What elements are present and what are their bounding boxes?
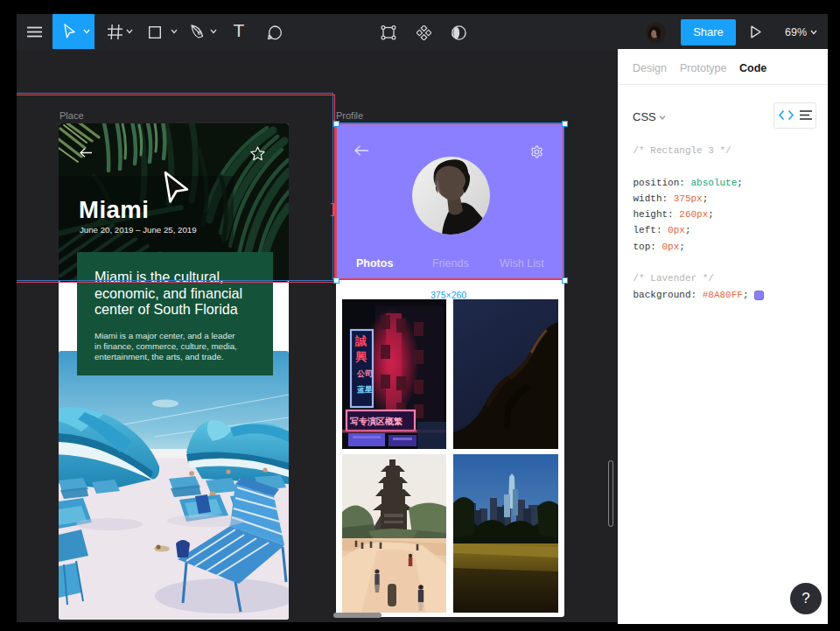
svg-text:写专演区概繁: 写专演区概繁 bbox=[350, 417, 402, 426]
svg-text:興: 興 bbox=[355, 350, 368, 363]
svg-text:誠: 誠 bbox=[354, 334, 367, 347]
svg-text:公司: 公司 bbox=[356, 369, 373, 378]
svg-text:蓝星: 蓝星 bbox=[357, 385, 373, 394]
